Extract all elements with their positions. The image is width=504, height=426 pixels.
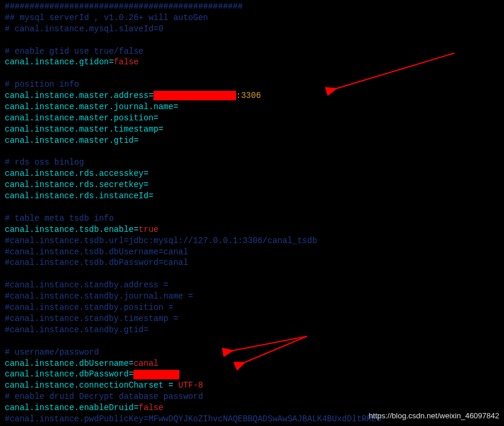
blank-line <box>5 268 499 280</box>
config-key: canal.instance.master.gtid= <box>5 136 139 145</box>
config-key: canal.instance.enableDruid= <box>5 403 139 412</box>
config-line: # canal.instance.mysql.slaveId=0 <box>5 24 499 35</box>
blank-line <box>5 68 499 79</box>
config-line: canal.instance.master.gtid= <box>5 135 499 146</box>
config-line: canal.instance.rds.accesskey= <box>5 168 499 179</box>
config-key: canal.instance.rds.accesskey= <box>5 169 149 178</box>
config-line: canal.instance.rds.secretkey= <box>5 179 499 191</box>
config-key: canal.instance.master.journal.name= <box>5 102 178 112</box>
config-line-dbusername: canal.instance.dbUsername=canal <box>5 358 499 369</box>
config-line: #canal.instance.standby.address = <box>5 280 499 291</box>
config-key: canal.instance.dbUsername= <box>5 359 133 368</box>
config-value: false <box>114 57 139 67</box>
config-value: true <box>139 225 159 234</box>
redacted-box <box>133 370 179 379</box>
redacted-box <box>153 91 236 100</box>
config-key: canal.instance.dbPassword= <box>5 369 133 379</box>
blank-line <box>5 202 499 213</box>
config-line: #canal.instance.standby.position = <box>5 302 499 313</box>
config-line: #canal.instance.tsdb.dbUsername=canal <box>5 247 499 258</box>
config-value: canal <box>133 359 158 368</box>
config-line-dbpassword: canal.instance.dbPassword= <box>5 369 499 380</box>
config-line-tsdb-enable: canal.instance.tsdb.enable=true <box>5 224 499 235</box>
config-line: #canal.instance.tsdb.url=jdbc:mysql://12… <box>5 235 499 247</box>
watermark-text: https://blog.csdn.net/weixin_46097842 <box>369 411 499 421</box>
config-line: canal.instance.master.journal.name= <box>5 101 499 113</box>
config-line: #canal.instance.tsdb.dbPassword=canal <box>5 257 499 268</box>
config-line: # username/password <box>5 347 499 358</box>
config-line: canal.instance.rds.instanceId= <box>5 191 499 202</box>
config-key: canal.instance.rds.instanceId= <box>5 191 153 201</box>
config-key: canal.instance.master.position= <box>5 113 158 123</box>
config-key: canal.instance.rds.secretkey= <box>5 180 149 189</box>
config-value: :3306 <box>236 91 261 100</box>
config-value: UTF-8 <box>178 381 203 390</box>
config-line: # enable gtid use true/false <box>5 46 499 57</box>
config-key: canal.instance.gtidon= <box>5 57 114 67</box>
terminal-output: ########################################… <box>0 0 504 426</box>
blank-line <box>5 146 499 158</box>
config-line: # enable druid Decrypt database password <box>5 391 499 402</box>
config-line-master-address: canal.instance.master.address=:3306 <box>5 90 499 101</box>
config-line: ## mysql serverId , v1.0.26+ will autoGe… <box>5 12 499 24</box>
config-line: #canal.instance.standby.gtid= <box>5 325 499 336</box>
config-line-gtidon: canal.instance.gtidon=false <box>5 57 499 68</box>
config-line: #canal.instance.standby.timestamp = <box>5 313 499 325</box>
config-line: canal.instance.master.timestamp= <box>5 124 499 135</box>
config-key: canal.instance.master.timestamp= <box>5 124 163 134</box>
config-line: ########################################… <box>5 1 499 12</box>
config-key: canal.instance.tsdb.enable= <box>5 225 139 234</box>
config-line: #canal.instance.standby.journal.name = <box>5 291 499 302</box>
config-line: # rds oss binlog <box>5 157 499 168</box>
config-line: canal.instance.master.position= <box>5 113 499 124</box>
config-key: canal.instance.master.address= <box>5 91 153 100</box>
config-line: # position info <box>5 79 499 90</box>
config-key: canal.instance.connectionCharset = <box>5 381 178 390</box>
blank-line <box>5 35 499 46</box>
config-value: false <box>139 403 163 412</box>
config-line: # table meta tsdb info <box>5 213 499 224</box>
config-line-charset: canal.instance.connectionCharset = UTF-8 <box>5 380 499 391</box>
blank-line <box>5 336 499 347</box>
